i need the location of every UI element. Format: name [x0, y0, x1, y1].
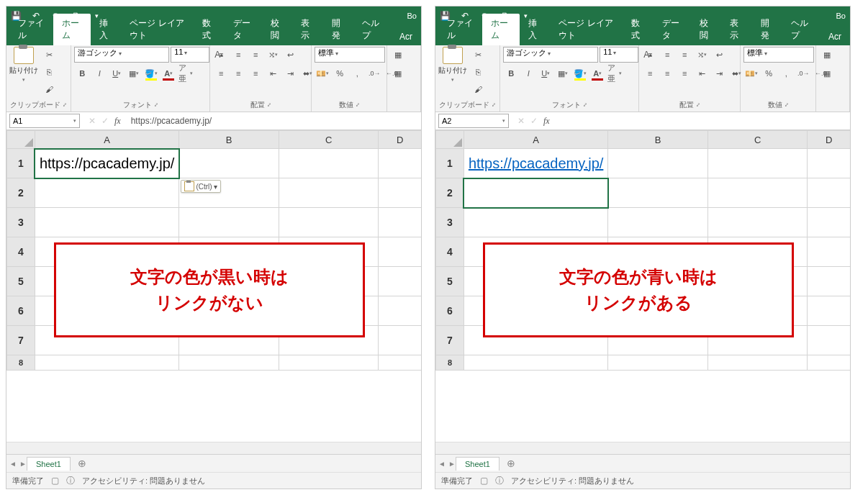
align-top-icon[interactable]: ≡ [642, 47, 658, 63]
indent-decrease-icon[interactable]: ⇤ [265, 65, 281, 81]
indent-decrease-icon[interactable]: ⇤ [694, 65, 710, 81]
row-header-1[interactable]: 1 [7, 149, 35, 178]
currency-icon[interactable]: 💴▾ [743, 65, 759, 81]
align-bottom-icon[interactable]: ≡ [248, 47, 263, 63]
cell-D1[interactable] [808, 149, 850, 178]
col-header-C[interactable]: C [279, 131, 379, 149]
fx-icon[interactable]: fx [114, 116, 121, 127]
orientation-icon[interactable]: ⤭▾ [694, 47, 710, 63]
font-size-select[interactable]: 11▾ [600, 47, 638, 63]
tab-view[interactable]: 表示 [292, 14, 323, 45]
tab-view[interactable]: 表示 [721, 14, 752, 45]
redo-icon[interactable]: ↷ [51, 11, 61, 21]
align-center-icon[interactable]: ≡ [659, 65, 675, 81]
enter-icon[interactable]: ✓ [530, 116, 538, 126]
row-header-2[interactable]: 2 [436, 178, 464, 208]
cell-C1[interactable] [707, 149, 808, 178]
cell-A2[interactable] [35, 178, 179, 208]
paste-options-badge[interactable]: (Ctrl) ▾ [181, 180, 221, 193]
cut-icon[interactable]: ✂ [470, 47, 486, 63]
select-all-corner[interactable] [7, 131, 35, 149]
enter-icon[interactable]: ✓ [101, 116, 109, 126]
cell-D2[interactable] [808, 178, 850, 208]
align-bottom-icon[interactable]: ≡ [677, 47, 692, 63]
font-color-button[interactable]: A▾ [161, 65, 176, 81]
accessibility-icon[interactable]: ⓘ [66, 475, 75, 487]
currency-icon[interactable]: 💴▾ [315, 65, 330, 81]
tab-insert[interactable]: 挿入 [91, 14, 122, 45]
row-header-6[interactable]: 6 [436, 296, 464, 326]
row-header-5[interactable]: 5 [7, 267, 35, 296]
phonetic-button[interactable]: ア亜▾ [607, 65, 623, 81]
copy-icon[interactable]: ⎘ [41, 64, 57, 80]
wrap-text-icon[interactable]: ↩ [711, 47, 727, 63]
row-header-8[interactable]: 8 [436, 355, 464, 371]
sheet-tab[interactable]: Sheet1 [456, 457, 499, 471]
sheet-prev-icon[interactable]: ◄ [9, 460, 17, 468]
row-header-8[interactable]: 8 [7, 355, 35, 371]
cell-D2[interactable] [379, 178, 421, 208]
row-header-5[interactable]: 5 [436, 267, 464, 296]
paste-button[interactable]: 貼り付け ▾ [438, 47, 467, 83]
bold-button[interactable]: B [503, 65, 519, 81]
formula-input[interactable]: https://pcacademy.jp/ [127, 116, 421, 126]
font-name-select[interactable]: 游ゴシック▾ [74, 47, 169, 63]
font-name-select[interactable]: 游ゴシック▾ [503, 47, 598, 63]
macro-rec-icon[interactable]: ▢ [51, 476, 59, 486]
row-header-7[interactable]: 7 [7, 326, 35, 355]
border-button[interactable]: ▦▾ [555, 65, 571, 81]
indent-increase-icon[interactable]: ⇥ [282, 65, 298, 81]
percent-icon[interactable]: % [761, 65, 777, 81]
col-header-C[interactable]: C [707, 131, 808, 149]
row-header-7[interactable]: 7 [436, 326, 464, 355]
tab-formulas[interactable]: 数式 [194, 14, 225, 45]
align-right-icon[interactable]: ≡ [677, 65, 692, 81]
format-painter-icon[interactable]: 🖌 [41, 81, 57, 97]
cell-A1[interactable]: https://pcacademy.jp/ [35, 149, 179, 178]
cell-B2[interactable]: (Ctrl) ▾ [179, 178, 279, 208]
col-header-B[interactable]: B [179, 131, 279, 149]
align-left-icon[interactable]: ≡ [642, 65, 658, 81]
tab-help[interactable]: ヘルプ [782, 14, 820, 45]
italic-button[interactable]: I [520, 65, 536, 81]
wrap-text-icon[interactable]: ↩ [282, 47, 298, 63]
indent-increase-icon[interactable]: ⇥ [711, 65, 727, 81]
underline-button[interactable]: U▾ [538, 65, 553, 81]
horizontal-scroll[interactable] [435, 442, 850, 454]
percent-icon[interactable]: % [332, 65, 348, 81]
tab-file[interactable]: ファイル [9, 14, 53, 45]
grid[interactable]: A B C D 1 https://pcacademy.jp/ 2 3 4 5 … [435, 130, 850, 442]
font-color-button[interactable]: A▾ [589, 65, 605, 81]
cell-D1[interactable] [379, 149, 421, 178]
cell-A3[interactable] [464, 208, 608, 237]
fill-color-button[interactable]: 🪣▾ [143, 65, 159, 81]
col-header-B[interactable]: B [608, 131, 708, 149]
sheet-next-icon[interactable]: ► [448, 460, 456, 468]
tab-review[interactable]: 校閲 [691, 14, 722, 45]
cell-C2[interactable] [279, 178, 379, 208]
tab-data[interactable]: データ [225, 14, 262, 45]
col-header-D[interactable]: D [808, 131, 850, 149]
add-sheet-icon[interactable]: ⊕ [502, 458, 520, 469]
increase-decimal-icon[interactable]: .0→ [795, 65, 811, 81]
orientation-icon[interactable]: ⤭▾ [265, 47, 281, 63]
align-right-icon[interactable]: ≡ [248, 65, 263, 81]
col-header-A[interactable]: A [35, 131, 179, 149]
align-left-icon[interactable]: ≡ [213, 65, 229, 81]
hyperlink[interactable]: https://pcacademy.jp/ [469, 155, 604, 171]
tab-insert[interactable]: 挿入 [520, 14, 551, 45]
underline-button[interactable]: U▾ [109, 65, 125, 81]
comma-icon[interactable]: , [778, 65, 794, 81]
cell-C2[interactable] [707, 178, 808, 208]
copy-icon[interactable]: ⎘ [470, 64, 486, 80]
cancel-icon[interactable]: ✕ [517, 116, 525, 126]
grid[interactable]: A B C D 1 https://pcacademy.jp/ 2 (Ctrl)… [6, 130, 421, 442]
col-header-A[interactable]: A [464, 131, 608, 149]
cell-B2[interactable] [608, 178, 708, 208]
tab-developer[interactable]: 開発 [752, 14, 783, 45]
border-button[interactable]: ▦▾ [126, 65, 142, 81]
tab-acrobat[interactable]: Acr [820, 28, 850, 45]
tab-help[interactable]: ヘルプ [353, 14, 391, 45]
sheet-prev-icon[interactable]: ◄ [438, 460, 446, 468]
cell-A1[interactable]: https://pcacademy.jp/ [464, 149, 608, 178]
